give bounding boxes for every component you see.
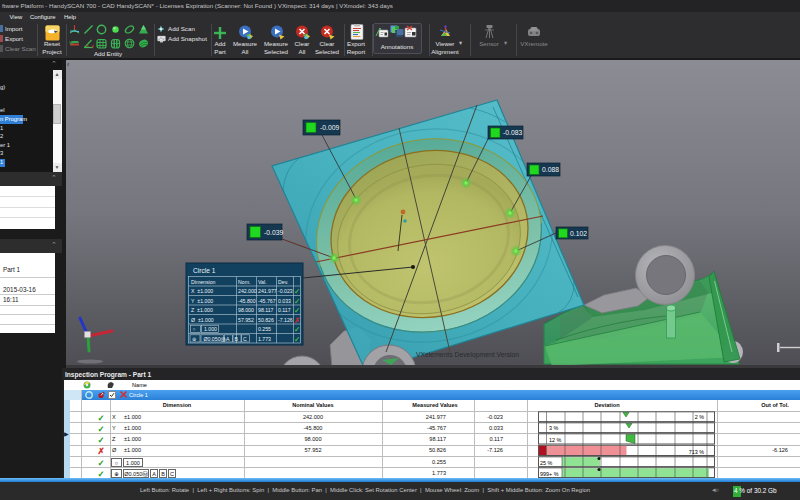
- svg-text:✓: ✓: [294, 306, 300, 315]
- svg-text:0.102: 0.102: [570, 230, 587, 237]
- svg-text:✓: ✓: [294, 297, 300, 306]
- svg-text:Dimension: Dimension: [191, 279, 216, 285]
- svg-text:Dev.: Dev.: [278, 279, 288, 285]
- svg-text:1.773: 1.773: [258, 336, 271, 342]
- svg-text:-45.800: -45.800: [238, 298, 256, 304]
- svg-text:-0.039: -0.039: [264, 229, 283, 236]
- svg-text:0.088: 0.088: [542, 166, 559, 173]
- svg-text:✗: ✗: [294, 316, 300, 325]
- svg-text:✓: ✓: [294, 325, 300, 334]
- svg-text:-0.009: -0.009: [320, 124, 339, 131]
- svg-text:✓: ✓: [294, 287, 300, 296]
- svg-text:242.000: 242.000: [238, 288, 257, 294]
- svg-text:Nom.: Nom.: [238, 279, 250, 285]
- svg-text:2 %: 2 %: [695, 414, 704, 420]
- svg-text:✓: ✓: [294, 335, 300, 344]
- svg-text:Circle 1: Circle 1: [193, 267, 216, 274]
- svg-text:A: A: [226, 336, 230, 342]
- svg-text:1.000: 1.000: [204, 326, 217, 332]
- svg-text:57.952: 57.952: [238, 317, 254, 323]
- svg-text:0.255: 0.255: [258, 326, 271, 332]
- svg-text:Ø ±1.000: Ø ±1.000: [191, 317, 214, 323]
- svg-text:241.977: 241.977: [258, 288, 277, 294]
- svg-text:Y ±1.000: Y ±1.000: [191, 298, 213, 304]
- svg-text:0.117: 0.117: [278, 307, 291, 313]
- svg-text:Z ±1.000: Z ±1.000: [191, 307, 213, 313]
- svg-text:⊕: ⊕: [192, 336, 196, 342]
- svg-text:-45.767: -45.767: [258, 298, 276, 304]
- svg-text:0.033: 0.033: [278, 298, 291, 304]
- svg-text:98.117: 98.117: [258, 307, 274, 313]
- svg-text:VXelements Development Version: VXelements Development Version: [416, 351, 519, 359]
- svg-text:713 %: 713 %: [689, 449, 704, 455]
- svg-text:3 %: 3 %: [549, 425, 558, 431]
- svg-text:50.826: 50.826: [258, 317, 274, 323]
- svg-text:999+ %: 999+ %: [540, 471, 559, 477]
- svg-text:Val.: Val.: [258, 279, 267, 285]
- svg-text:C: C: [243, 336, 247, 342]
- svg-text:25 %: 25 %: [540, 460, 552, 466]
- svg-text:-7.126: -7.126: [278, 317, 293, 323]
- svg-text:B: B: [235, 336, 239, 342]
- svg-text:-0.023: -0.023: [278, 288, 293, 294]
- svg-text:12 %: 12 %: [549, 437, 561, 443]
- svg-text:98.000: 98.000: [238, 307, 254, 313]
- svg-text:○: ○: [193, 326, 196, 332]
- svg-text:-0.083: -0.083: [503, 129, 522, 136]
- svg-text:Ø0.050Ⓜ: Ø0.050Ⓜ: [204, 336, 227, 342]
- svg-text:X ±1.000: X ±1.000: [191, 288, 213, 294]
